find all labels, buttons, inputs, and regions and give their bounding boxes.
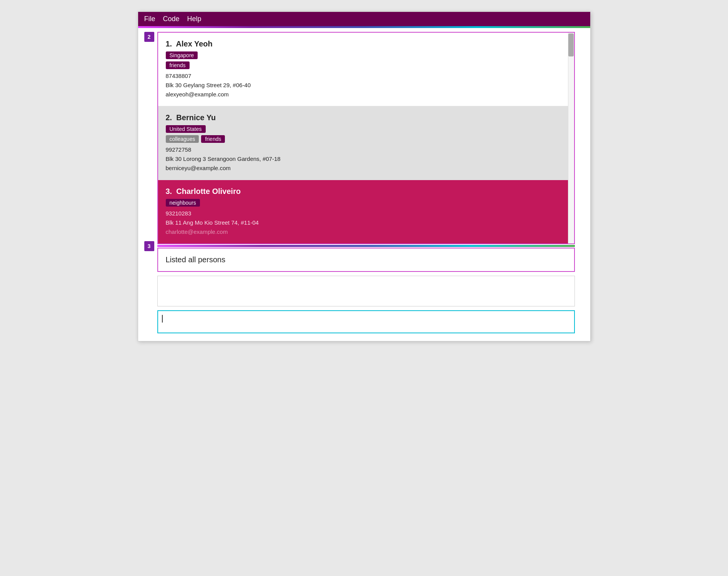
app-window: File Code Help 2 1. Alex Yeoh Singapore bbox=[138, 12, 591, 341]
email-2: berniceyu@example.com bbox=[166, 164, 560, 173]
group-tags-3: neighbours bbox=[166, 199, 560, 207]
contact-list[interactable]: 1. Alex Yeoh Singapore friends 87438807 … bbox=[158, 33, 568, 243]
tag-neighbours-3: neighbours bbox=[166, 199, 200, 207]
tag-friends-2: friends bbox=[201, 135, 225, 143]
email-1: alexyeoh@example.com bbox=[166, 90, 560, 99]
contact-name-1: 1. Alex Yeoh bbox=[166, 40, 560, 48]
contact-item-2[interactable]: 2. Bernice Yu United States colleagues f… bbox=[158, 106, 568, 180]
country-tag-1: Singapore bbox=[166, 51, 198, 59]
menu-help[interactable]: Help bbox=[187, 15, 201, 23]
group-tags-2: colleagues friends bbox=[166, 135, 560, 143]
contact-tags-1: Singapore bbox=[166, 51, 560, 59]
scrollbar-thumb[interactable] bbox=[568, 33, 574, 56]
phone-1: 87438807 bbox=[166, 71, 560, 81]
contacts-panel: 1. Alex Yeoh Singapore friends 87438807 … bbox=[157, 32, 575, 244]
badge-3: 3 bbox=[144, 241, 154, 251]
contact-name-3: 3. Charlotte Oliveiro bbox=[166, 187, 560, 196]
address-2: Blk 30 Lorong 3 Serangoon Gardens, #07-1… bbox=[166, 154, 560, 164]
email-3: charlotte@example.com bbox=[166, 227, 560, 237]
menu-bar: File Code Help bbox=[138, 12, 590, 26]
input-area[interactable] bbox=[157, 310, 575, 333]
tag-friends-1: friends bbox=[166, 61, 190, 69]
tag-colleagues-2: colleagues bbox=[166, 135, 199, 143]
separator-bar-3 bbox=[157, 245, 575, 247]
scrollbar[interactable] bbox=[568, 33, 574, 243]
phone-2: 99272758 bbox=[166, 145, 560, 154]
address-3: Blk 11 Ang Mo Kio Street 74, #11-04 bbox=[166, 218, 560, 227]
address-1: Blk 30 Geylang Street 29, #06-40 bbox=[166, 81, 560, 90]
country-tag-2: United States bbox=[166, 125, 206, 133]
output-area bbox=[157, 276, 575, 306]
badge-2: 2 bbox=[144, 32, 154, 42]
separator-3: 3 bbox=[157, 245, 575, 247]
text-cursor bbox=[162, 315, 163, 323]
status-text: Listed all persons bbox=[166, 255, 226, 264]
contact-name-2: 2. Bernice Yu bbox=[166, 113, 560, 122]
status-panel: Listed all persons bbox=[157, 248, 575, 272]
menu-code[interactable]: Code bbox=[163, 15, 180, 23]
group-tags-1: friends bbox=[166, 61, 560, 69]
contact-item-3[interactable]: 3. Charlotte Oliveiro neighbours 9321028… bbox=[158, 180, 568, 243]
contact-tags-2: United States bbox=[166, 125, 560, 133]
contact-item-1[interactable]: 1. Alex Yeoh Singapore friends 87438807 … bbox=[158, 33, 568, 106]
phone-3: 93210283 bbox=[166, 209, 560, 218]
menu-file[interactable]: File bbox=[144, 15, 155, 23]
